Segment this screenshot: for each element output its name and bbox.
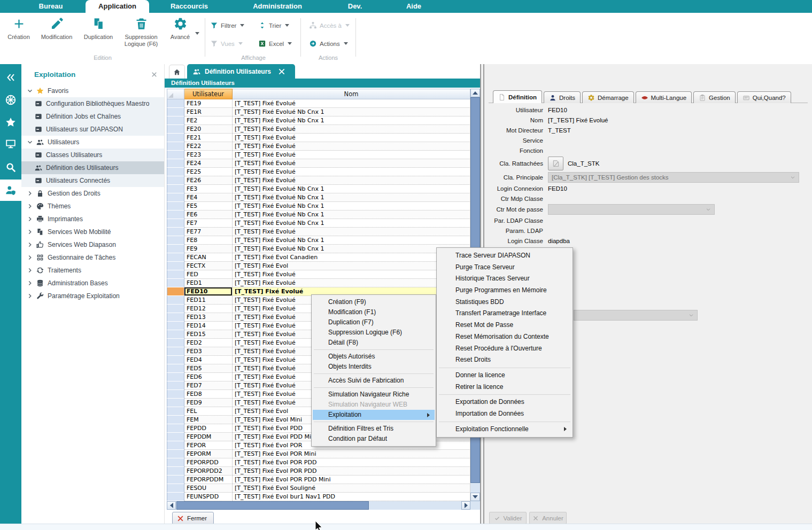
row-marker-cell[interactable] [167, 262, 184, 270]
submenu-item-purge-programmes-en-memoire[interactable]: Purge Programmes en Mémoire [438, 285, 571, 297]
row-marker-cell[interactable] [167, 347, 184, 356]
name-cell[interactable]: [T_TEST] Fixé Evolué [233, 270, 470, 279]
user-cell[interactable]: FE7 [184, 219, 233, 228]
name-cell[interactable]: [T_TEST] Fixé Evol POR PDD [233, 458, 470, 467]
user-cell[interactable]: FED5 [184, 364, 233, 373]
row-marker-cell[interactable] [167, 313, 184, 322]
toolbar-button-actions[interactable]: Actions [309, 40, 348, 48]
menu-item-objets-interdits[interactable]: Objets Interdits [313, 362, 435, 372]
toolbar-button-avance[interactable]: Avancé [164, 17, 197, 41]
sidebar-item-utilisateurs-connectes[interactable]: Utilisateurs Connectés [21, 174, 164, 187]
detail-tab-definition[interactable]: Définition [493, 90, 542, 103]
name-cell[interactable]: [T_TEST] Fixé Evolué [233, 125, 470, 134]
sidebar-item-gestionnaire-de-taches[interactable]: Gestionnaire de Tâches [21, 251, 164, 264]
user-cell[interactable]: FEL [184, 407, 233, 416]
row-marker-cell[interactable] [167, 416, 184, 424]
user-cell[interactable]: FEPORPDDM [184, 476, 233, 484]
row-marker-cell[interactable] [167, 493, 184, 501]
row-marker-cell[interactable] [167, 399, 184, 407]
iconbar-item-collapse-chevrons[interactable] [0, 67, 21, 88]
name-cell[interactable]: [T_TEST] Fixé Evolué [233, 151, 470, 159]
chevron-right-icon[interactable] [26, 292, 34, 300]
menu-item-bureau[interactable]: Bureau [16, 0, 86, 13]
row-marker-cell[interactable] [167, 108, 184, 116]
sidebar-item-administration-bases[interactable]: Administration Bases [21, 277, 164, 290]
sidebar-item-utilisateurs[interactable]: Utilisateurs [21, 136, 164, 149]
close-icon[interactable] [277, 67, 286, 76]
row-marker-cell[interactable] [167, 176, 184, 185]
home-tab[interactable] [169, 65, 185, 79]
row-marker-cell[interactable] [167, 287, 184, 296]
iconbar-item-search[interactable] [0, 157, 21, 177]
name-cell[interactable]: [T_TEST] Fixé Evol POR Mini [233, 450, 470, 458]
user-cell[interactable]: FED [184, 270, 233, 279]
menu-item-duplication-f7[interactable]: Duplication (F7) [313, 317, 435, 328]
table-row-feporpdd2[interactable]: FEPORPDD2[T_TEST] Fixé Evol POR PDD [167, 467, 470, 476]
user-cell[interactable]: FED9 [184, 399, 233, 407]
chevron-right-icon[interactable] [26, 279, 34, 287]
table-row-fe21[interactable]: FE21[T_TEST] Fixé Evolué [167, 134, 470, 142]
detail-tab-demarrage[interactable]: Démarrage [582, 91, 634, 103]
user-cell[interactable]: FE8 [184, 236, 233, 245]
menu-item-simulation-navigateur-riche[interactable]: Simulation Navigateur Riche [313, 389, 435, 400]
user-cell[interactable]: FED7 [184, 381, 233, 390]
chevron-right-icon[interactable] [26, 241, 34, 248]
user-cell[interactable]: FED10 [184, 287, 233, 296]
table-row-fe20[interactable]: FE20[T_TEST] Fixé Evolué [167, 125, 470, 134]
table-row-feporpddm[interactable]: FEPORPDDM[T_TEST] Fixé Evol POR PDD Mini [167, 476, 470, 484]
row-marker-cell[interactable] [167, 381, 184, 390]
table-row-fecan[interactable]: FECAN[T_TEST] Fixé Evol Canadien [167, 253, 470, 262]
row-marker-cell[interactable] [167, 339, 184, 347]
user-cell[interactable]: FEPORPDD [184, 458, 233, 467]
user-cell[interactable]: FE5 [184, 202, 233, 211]
menu-item-creation-f9[interactable]: Création (F9) [313, 297, 435, 307]
user-cell[interactable]: FED1 [184, 279, 233, 287]
table-row-fe7[interactable]: FE7[T_TEST] Fixé Evolué Nb Cnx 1 [167, 219, 470, 228]
table-row-fe23[interactable]: FE23[T_TEST] Fixé Evolué [167, 151, 470, 159]
sidebar-item-gestion-des-droits[interactable]: Gestion des Droits [21, 187, 164, 200]
name-cell[interactable]: [T_TEST] Fixé Evol bur1 Nav1 PDD [233, 493, 470, 501]
submenu-item-trace-serveur-diapason[interactable]: Trace Serveur DIAPASON [438, 250, 571, 262]
chevron-right-icon[interactable] [26, 202, 34, 210]
row-marker-cell[interactable] [167, 151, 184, 159]
name-cell[interactable]: [T_TEST] Fixé Evolué Nb Cnx 1 [233, 245, 470, 253]
menu-item-application[interactable]: Application [86, 0, 149, 13]
row-marker-cell[interactable] [167, 322, 184, 330]
table-row-fe26[interactable]: FE26[T_TEST] Fixé Evolué [167, 176, 470, 185]
name-cell[interactable]: [T_TEST] Fixé Evolué Nb Cnx 1 [233, 185, 470, 193]
user-cell[interactable]: FEPDDM [184, 433, 233, 441]
user-cell[interactable]: FE3 [184, 185, 233, 193]
table-row-fe19[interactable]: FE19[T_TEST] Fixé Evolué [167, 99, 470, 108]
table-row-fe5[interactable]: FE5[T_TEST] Fixé Evolué Nb Cnx 1 [167, 202, 470, 211]
submenu-item-statistiques-bdd[interactable]: Statistiques BDD [438, 297, 571, 308]
toolbar-button-creation[interactable]: Création [2, 17, 35, 41]
user-cell[interactable]: FESOU [184, 484, 233, 493]
submenu-item-reset-droits[interactable]: Reset Droits [438, 354, 571, 366]
user-cell[interactable]: FE25 [184, 168, 233, 176]
submenu-item-reset-mot-de-passe[interactable]: Reset Mot de Passe [438, 319, 571, 331]
user-cell[interactable]: FE20 [184, 125, 233, 134]
row-marker-cell[interactable] [167, 390, 184, 399]
row-marker-cell[interactable] [167, 467, 184, 476]
chevron-right-icon[interactable] [26, 267, 34, 274]
table-row-fesou[interactable]: FESOU[T_TEST] Fixé Evol Souligné [167, 484, 470, 493]
table-row-fe24[interactable]: FE24[T_TEST] Fixé Evolué [167, 159, 470, 168]
sidebar-item-definition-jobs-et-chaines[interactable]: Définition Jobs et Chaînes [21, 110, 164, 123]
user-cell[interactable]: FEPDD [184, 424, 233, 433]
row-marker-cell[interactable] [167, 245, 184, 253]
menu-item-aide[interactable]: Aide [384, 0, 443, 13]
user-cell[interactable]: FED2 [184, 339, 233, 347]
name-cell[interactable]: [T_TEST] Fixé Evolué Nb Cnx 1 [233, 202, 470, 211]
table-row-fe6[interactable]: FE6[T_TEST] Fixé Evolué Nb Cnx 1 [167, 211, 470, 219]
row-marker-cell[interactable] [167, 253, 184, 262]
name-cell[interactable]: [T_TEST] Fixé Evol POR PDD [233, 467, 470, 476]
user-cell[interactable]: FEPORM [184, 450, 233, 458]
table-row-fe9[interactable]: FE9[T_TEST] Fixé Evolué Nb Cnx 1 [167, 245, 470, 253]
name-cell[interactable]: [T_TEST] Fixé Evolué [233, 228, 470, 236]
submenu-item-reset-procedure-a-l-ouverture[interactable]: Reset Procédure à l'Ouverture [438, 343, 571, 355]
user-cell[interactable]: FE26 [184, 176, 233, 185]
user-cell[interactable]: FEPORPDD2 [184, 467, 233, 476]
table-row-fed[interactable]: FED[T_TEST] Fixé Evolué [167, 270, 470, 279]
menu-item-exploitation[interactable]: Exploitation [313, 410, 435, 420]
name-cell[interactable]: [T_TEST] Fixé Evol [233, 262, 470, 270]
